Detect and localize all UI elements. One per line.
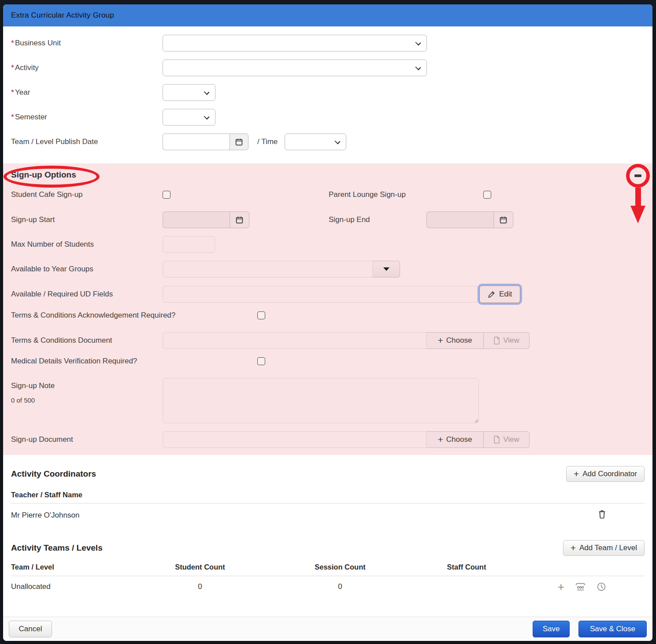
- add-team-level-button[interactable]: Add Team / Level: [563, 540, 645, 556]
- parent-lounge-checkbox[interactable]: [483, 191, 491, 199]
- publish-date-calendar-button[interactable]: [230, 133, 248, 150]
- ud-fields-group: Edit: [163, 285, 520, 303]
- year-groups-combo: [163, 261, 400, 278]
- chevron-down-icon: [204, 89, 210, 95]
- calendar-icon: [235, 138, 243, 146]
- signup-start-input[interactable]: [163, 211, 230, 228]
- activity-label: Activity: [15, 63, 39, 72]
- coordinator-name: Mr Pierre O'Johnson: [11, 511, 79, 520]
- file-icon: [493, 436, 500, 444]
- dialog-header: Extra Curricular Activity Group: [3, 4, 652, 26]
- student-cafe-checkbox[interactable]: [163, 191, 170, 199]
- teams-heading: Activity Teams / Levels: [11, 543, 103, 553]
- medical-row: Medical Details Verification Required?: [11, 357, 645, 366]
- team-row-actions: +: [491, 582, 606, 592]
- collapse-section-button[interactable]: [634, 174, 641, 177]
- sessions-time-button[interactable]: [597, 582, 606, 592]
- publish-date-row: Team / Level Publish Date / Time: [11, 133, 645, 150]
- year-select[interactable]: [163, 84, 215, 101]
- coordinator-column-header: Teacher / Staff Name: [11, 491, 645, 503]
- max-students-label: Max Number of Students: [11, 240, 163, 249]
- col-student-count: Student Count: [167, 563, 233, 571]
- coordinator-row: Mr Pierre O'Johnson: [11, 503, 645, 522]
- publish-time-select[interactable]: [285, 133, 346, 150]
- ud-fields-input[interactable]: [163, 286, 478, 303]
- students-group-button[interactable]: [574, 582, 586, 592]
- activity-group-dialog: Extra Curricular Activity Group *Busines…: [3, 4, 652, 641]
- signup-doc-group: Choose View: [163, 431, 530, 448]
- tc-doc-group: Choose View: [163, 332, 530, 349]
- signup-note-counter: 0 of 500: [11, 396, 163, 404]
- calendar-icon: [499, 216, 508, 224]
- add-coordinator-label: Add Coordinator: [582, 470, 637, 478]
- signup-start-label: Sign-up Start: [11, 215, 163, 224]
- plus-icon: [574, 469, 579, 479]
- student-cafe-label: Student Cafe Sign-up: [11, 190, 163, 199]
- tc-ack-checkbox[interactable]: [257, 311, 265, 319]
- signup-note-textarea[interactable]: [163, 378, 479, 423]
- tc-doc-choose-button[interactable]: Choose: [426, 332, 484, 349]
- signup-doc-choose-button[interactable]: Choose: [426, 431, 484, 448]
- dialog-title: Extra Curricular Activity Group: [11, 11, 114, 20]
- view-button-label: View: [503, 435, 519, 444]
- save-and-close-button[interactable]: Save & Close: [578, 621, 647, 637]
- col-team-level: Team / Level: [11, 563, 167, 571]
- business-unit-select[interactable]: [163, 35, 427, 52]
- chevron-down-icon: [204, 114, 210, 120]
- publish-date-group: [163, 133, 248, 150]
- time-label: / Time: [257, 137, 278, 146]
- delete-coordinator-button[interactable]: [597, 509, 607, 522]
- tc-doc-label: Terms & Conditions Document: [11, 336, 163, 345]
- chevron-down-icon: [335, 139, 341, 144]
- signup-end-calendar-button[interactable]: [493, 211, 513, 228]
- year-row: *Year: [11, 84, 645, 101]
- chevron-down-icon: [415, 65, 421, 70]
- edit-button-label: Edit: [499, 290, 512, 299]
- triangle-down-icon: [383, 267, 389, 271]
- teams-table-header: Team / Level Student Count Session Count…: [11, 563, 645, 576]
- year-groups-row: Available to Year Groups: [11, 261, 645, 278]
- medical-checkbox[interactable]: [257, 357, 265, 365]
- signup-doc-input[interactable]: [163, 431, 426, 448]
- business-unit-row: *Business Unit: [11, 35, 645, 52]
- file-icon: [493, 337, 500, 344]
- max-students-input[interactable]: [163, 236, 215, 253]
- edit-ud-fields-button[interactable]: Edit: [479, 285, 520, 303]
- signup-note-row: Sign-up Note 0 of 500: [11, 378, 645, 423]
- add-coordinator-button[interactable]: Add Coordinator: [566, 466, 645, 482]
- year-groups-label: Available to Year Groups: [11, 265, 163, 274]
- semester-select[interactable]: [163, 109, 215, 126]
- semester-row: *Semester: [11, 109, 645, 126]
- plus-icon: [571, 543, 576, 553]
- year-groups-input[interactable]: [163, 261, 373, 278]
- medical-label: Medical Details Verification Required?: [11, 357, 257, 366]
- signup-end-input[interactable]: [426, 211, 493, 228]
- tc-doc-view-button[interactable]: View: [484, 332, 530, 349]
- signup-note-label: Sign-up Note: [11, 381, 163, 390]
- top-form: *Business Unit *Activity *Year *Semester…: [3, 26, 652, 158]
- signup-checkbox-row: Student Cafe Sign-up Parent Lounge Sign-…: [11, 190, 645, 199]
- year-groups-dropdown-button[interactable]: [373, 261, 400, 278]
- plus-icon: [438, 435, 443, 445]
- publish-date-label: Team / Level Publish Date: [11, 137, 163, 146]
- signup-start-calendar-button[interactable]: [230, 211, 249, 228]
- chevron-down-icon: [415, 40, 421, 46]
- publish-date-input[interactable]: [163, 133, 230, 150]
- lower-section: Activity Coordinators Add Coordinator Te…: [3, 455, 652, 592]
- signup-doc-label: Sign-up Document: [11, 435, 163, 444]
- pencil-icon: [488, 290, 496, 298]
- cancel-button[interactable]: Cancel: [9, 621, 52, 637]
- signup-start-group: [163, 211, 249, 228]
- signup-doc-view-button[interactable]: View: [484, 431, 530, 448]
- max-students-row: Max Number of Students: [11, 236, 645, 253]
- save-button[interactable]: Save: [533, 621, 570, 637]
- add-session-button[interactable]: +: [558, 582, 564, 592]
- calendar-icon: [235, 216, 244, 224]
- required-asterisk: *: [11, 63, 14, 72]
- coordinators-heading-row: Activity Coordinators Add Coordinator: [11, 466, 645, 482]
- year-label: Year: [15, 88, 30, 96]
- team-session-count: 0: [307, 582, 373, 591]
- choose-button-label: Choose: [446, 435, 472, 444]
- tc-doc-input[interactable]: [163, 332, 426, 349]
- activity-select[interactable]: [163, 59, 427, 76]
